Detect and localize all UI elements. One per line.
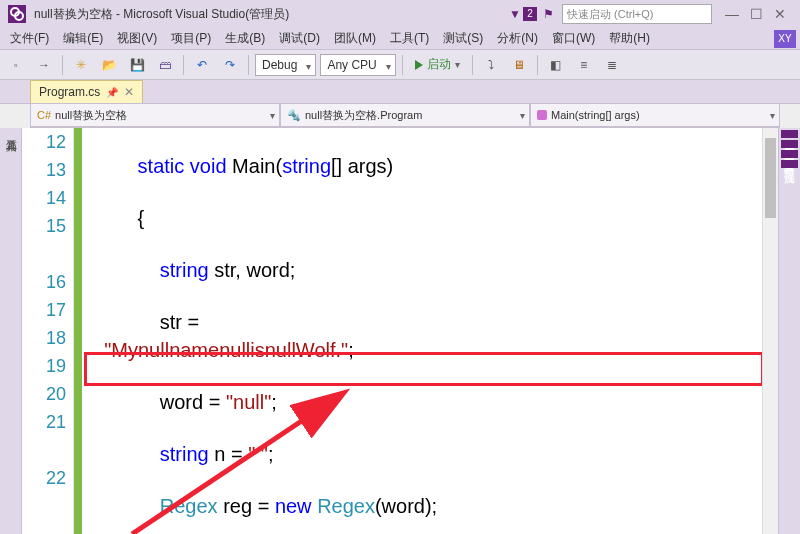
tool-b-button[interactable]: ≡: [572, 53, 596, 77]
menu-debug[interactable]: 调试(D): [273, 28, 326, 49]
save-button[interactable]: 💾: [125, 53, 149, 77]
titlebar: null替换为空格 - Microsoft Visual Studio(管理员)…: [0, 0, 800, 28]
tool-a-button[interactable]: ◧: [544, 53, 568, 77]
new-project-button[interactable]: ✳: [69, 53, 93, 77]
tool-c-button[interactable]: ≣: [600, 53, 624, 77]
tab-program-cs[interactable]: Program.cs 📌 ✕: [30, 80, 143, 103]
quick-launch-input[interactable]: 快速启动 (Ctrl+Q): [562, 4, 712, 24]
vertical-scrollbar[interactable]: [762, 128, 778, 534]
nav-class-combo[interactable]: 🔩null替换为空格.Program: [280, 104, 530, 127]
save-all-button[interactable]: 🗃: [153, 53, 177, 77]
nav-back-button[interactable]: ◦: [4, 53, 28, 77]
menu-file[interactable]: 文件(F): [4, 28, 55, 49]
menu-analyze[interactable]: 分析(N): [491, 28, 544, 49]
config-combo[interactable]: Debug: [255, 54, 316, 76]
line-numbers: 12 13 14 15 16 17 18 19 20 21 22: [22, 128, 74, 520]
browser-button[interactable]: 🖥: [507, 53, 531, 77]
window-title: null替换为空格 - Microsoft Visual Studio(管理员): [34, 6, 289, 23]
code-editor[interactable]: 12 13 14 15 16 17 18 19 20 21 22 static …: [22, 128, 778, 534]
dock-solution-explorer[interactable]: 解决方案资源管理器: [781, 130, 798, 138]
left-dock-toolbox[interactable]: 工具箱: [0, 128, 22, 534]
open-button[interactable]: 📂: [97, 53, 121, 77]
menu-build[interactable]: 生成(B): [219, 28, 271, 49]
nav-method-combo[interactable]: Main(string[] args): [530, 104, 780, 127]
vs-logo-icon: [8, 5, 26, 23]
document-tabs: Program.cs 📌 ✕: [0, 80, 800, 104]
menu-test[interactable]: 测试(S): [437, 28, 489, 49]
maximize-button[interactable]: ☐: [744, 6, 768, 22]
redo-button[interactable]: ↷: [218, 53, 242, 77]
undo-button[interactable]: ↶: [190, 53, 214, 77]
dock-team-explorer[interactable]: 团队资源管理器: [781, 140, 798, 148]
menu-tools[interactable]: 工具(T): [384, 28, 435, 49]
modification-bar: [74, 128, 82, 534]
nav-fwd-button[interactable]: →: [32, 53, 56, 77]
nav-namespace-combo[interactable]: C#null替换为空格: [30, 104, 280, 127]
menu-view[interactable]: 视图(V): [111, 28, 163, 49]
menu-window[interactable]: 窗口(W): [546, 28, 601, 49]
notification-badge[interactable]: ▼2: [509, 7, 537, 21]
tab-label: Program.cs: [39, 85, 100, 99]
platform-combo[interactable]: Any CPU: [320, 54, 395, 76]
dock-properties[interactable]: 属性: [781, 160, 798, 168]
toolbar: ◦ → ✳ 📂 💾 🗃 ↶ ↷ Debug Any CPU 启动▾ ⤵ 🖥 ◧ …: [0, 50, 800, 80]
start-debug-button[interactable]: 启动▾: [409, 56, 466, 73]
tab-close-button[interactable]: ✕: [124, 85, 134, 99]
step-button[interactable]: ⤵: [479, 53, 503, 77]
close-button[interactable]: ✕: [768, 6, 792, 22]
menu-edit[interactable]: 编辑(E): [57, 28, 109, 49]
code-navbar: C#null替换为空格 🔩null替换为空格.Program Main(stri…: [30, 104, 780, 128]
menu-team[interactable]: 团队(M): [328, 28, 382, 49]
feedback-icon[interactable]: ⚑: [543, 7, 554, 21]
dock-diagnostics[interactable]: 诊断工具: [781, 150, 798, 158]
code-content[interactable]: static void Main(string[] args) { string…: [82, 128, 762, 534]
right-dock: 解决方案资源管理器 团队资源管理器 诊断工具 属性: [778, 128, 800, 534]
menu-help[interactable]: 帮助(H): [603, 28, 656, 49]
menubar: 文件(F) 编辑(E) 视图(V) 项目(P) 生成(B) 调试(D) 团队(M…: [0, 28, 800, 50]
pin-icon[interactable]: 📌: [106, 87, 118, 98]
annotation-highlight: [84, 352, 764, 386]
menu-project[interactable]: 项目(P): [165, 28, 217, 49]
user-badge[interactable]: XY: [774, 30, 796, 48]
minimize-button[interactable]: —: [720, 6, 744, 22]
